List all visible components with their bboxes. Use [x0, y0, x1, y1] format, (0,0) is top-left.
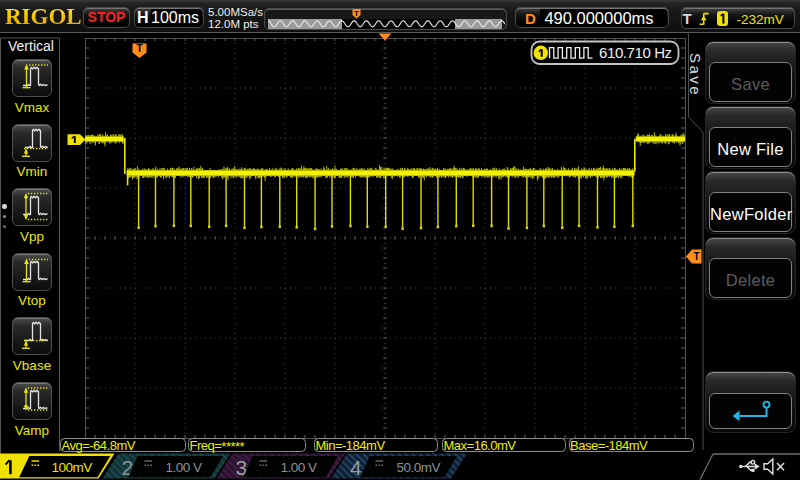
svg-text:4: 4 [350, 456, 362, 479]
svg-text:610.710 Hz: 610.710 Hz [599, 44, 672, 61]
svg-text:1.00 V: 1.00 V [166, 460, 203, 475]
svg-text:1.00 V: 1.00 V [281, 460, 318, 475]
svg-text:50.0mV: 50.0mV [397, 460, 441, 475]
svg-text:100mV: 100mV [52, 460, 93, 475]
svg-text:T: T [136, 43, 142, 54]
svg-text:T: T [693, 251, 699, 262]
